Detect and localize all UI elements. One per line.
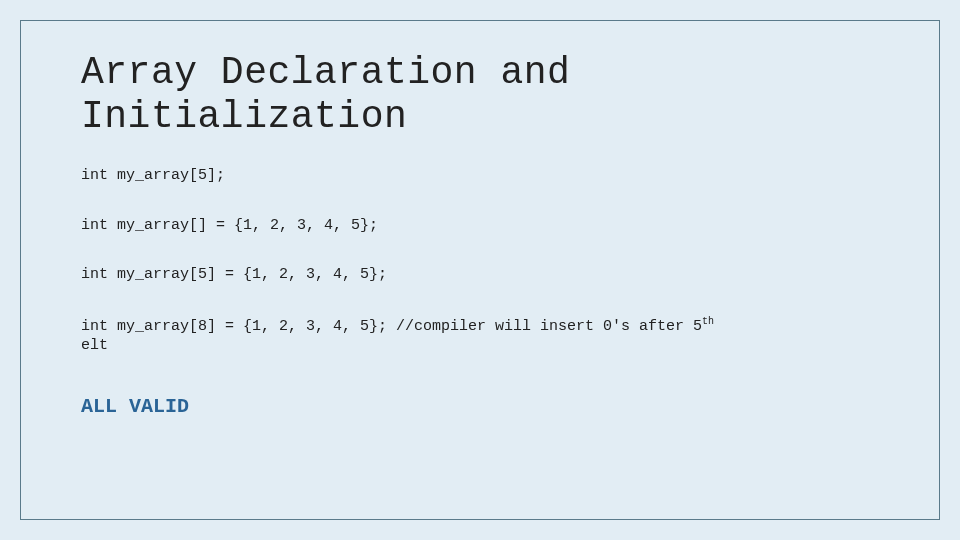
- code-line-4-main: int my_array[8] = {1, 2, 3, 4, 5}; //com…: [81, 318, 702, 335]
- slide-title: Array Declaration and Initialization: [81, 51, 879, 138]
- code-line-4-sup: th: [702, 316, 714, 327]
- code-line-4-cont: elt: [81, 337, 108, 354]
- code-line-2: int my_array[] = {1, 2, 3, 4, 5};: [81, 216, 879, 236]
- slide-frame: Array Declaration and Initialization int…: [20, 20, 940, 520]
- code-line-1: int my_array[5];: [81, 166, 879, 186]
- code-line-3: int my_array[5] = {1, 2, 3, 4, 5};: [81, 265, 879, 285]
- footer-note: ALL VALID: [81, 394, 879, 420]
- slide-content: int my_array[5]; int my_array[] = {1, 2,…: [81, 166, 879, 420]
- code-line-4: int my_array[8] = {1, 2, 3, 4, 5}; //com…: [81, 315, 879, 356]
